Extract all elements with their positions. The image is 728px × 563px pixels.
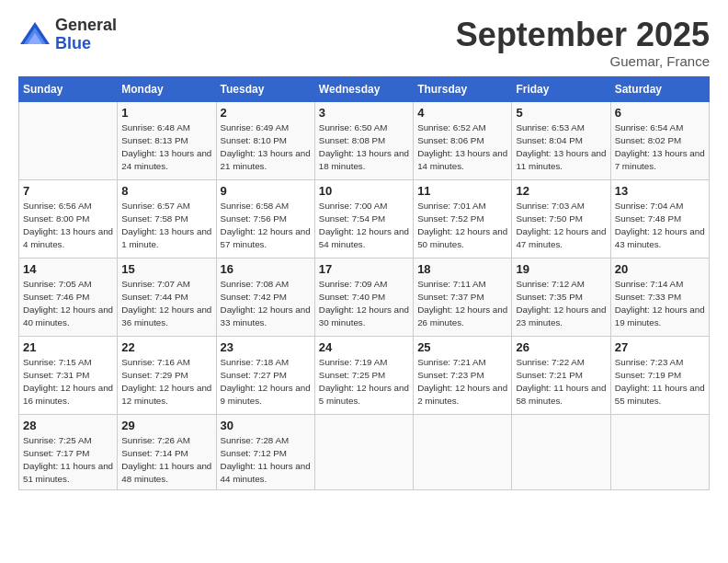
day-number: 9 bbox=[221, 184, 311, 198]
month-title: September 2025 bbox=[456, 17, 710, 53]
title-block: September 2025 Guemar, France bbox=[456, 17, 710, 69]
day-number: 17 bbox=[319, 262, 409, 276]
day-info: Sunrise: 7:03 AM Sunset: 7:50 PM Dayligh… bbox=[516, 200, 606, 252]
day-info: Sunrise: 6:49 AM Sunset: 8:10 PM Dayligh… bbox=[221, 121, 311, 174]
day-number: 19 bbox=[516, 262, 606, 276]
table-row: 15Sunrise: 7:07 AM Sunset: 7:44 PM Dayli… bbox=[118, 258, 216, 336]
day-info: Sunrise: 6:48 AM Sunset: 8:13 PM Dayligh… bbox=[121, 121, 211, 174]
table-row: 17Sunrise: 7:09 AM Sunset: 7:40 PM Dayli… bbox=[314, 258, 413, 336]
logo-icon bbox=[18, 18, 51, 52]
day-info: Sunrise: 6:52 AM Sunset: 8:06 PM Dayligh… bbox=[417, 121, 507, 174]
day-info: Sunrise: 7:15 AM Sunset: 7:31 PM Dayligh… bbox=[23, 356, 113, 408]
table-row: 27Sunrise: 7:23 AM Sunset: 7:19 PM Dayli… bbox=[610, 336, 709, 414]
day-info: Sunrise: 6:57 AM Sunset: 7:58 PM Dayligh… bbox=[121, 200, 211, 252]
table-row bbox=[610, 414, 709, 490]
table-row: 23Sunrise: 7:18 AM Sunset: 7:27 PM Dayli… bbox=[216, 336, 314, 414]
day-number: 4 bbox=[417, 106, 507, 120]
table-row: 22Sunrise: 7:16 AM Sunset: 7:29 PM Dayli… bbox=[118, 336, 216, 414]
day-number: 27 bbox=[615, 340, 705, 354]
table-row: 20Sunrise: 7:14 AM Sunset: 7:33 PM Dayli… bbox=[610, 258, 709, 336]
day-info: Sunrise: 6:50 AM Sunset: 8:08 PM Dayligh… bbox=[319, 121, 409, 174]
day-info: Sunrise: 7:21 AM Sunset: 7:23 PM Dayligh… bbox=[417, 356, 507, 408]
day-number: 14 bbox=[23, 262, 113, 276]
table-row: 12Sunrise: 7:03 AM Sunset: 7:50 PM Dayli… bbox=[512, 179, 610, 258]
day-number: 20 bbox=[615, 262, 705, 276]
col-sunday: Sunday bbox=[19, 76, 118, 101]
day-info: Sunrise: 7:09 AM Sunset: 7:40 PM Dayligh… bbox=[319, 278, 409, 330]
table-row: 16Sunrise: 7:08 AM Sunset: 7:42 PM Dayli… bbox=[216, 258, 314, 336]
day-info: Sunrise: 7:22 AM Sunset: 7:21 PM Dayligh… bbox=[516, 356, 606, 408]
day-info: Sunrise: 7:18 AM Sunset: 7:27 PM Dayligh… bbox=[221, 356, 311, 408]
table-row: 7Sunrise: 6:56 AM Sunset: 8:00 PM Daylig… bbox=[19, 179, 118, 258]
header-row: Sunday Monday Tuesday Wednesday Thursday… bbox=[19, 76, 710, 101]
table-row: 14Sunrise: 7:05 AM Sunset: 7:46 PM Dayli… bbox=[19, 258, 118, 336]
table-row: 10Sunrise: 7:00 AM Sunset: 7:54 PM Dayli… bbox=[314, 179, 413, 258]
calendar-page: General Blue September 2025 Guemar, Fran… bbox=[0, 0, 728, 563]
day-info: Sunrise: 7:11 AM Sunset: 7:37 PM Dayligh… bbox=[417, 278, 507, 330]
table-row: 6Sunrise: 6:54 AM Sunset: 8:02 PM Daylig… bbox=[610, 101, 709, 179]
logo-blue: Blue bbox=[55, 35, 117, 53]
table-row: 8Sunrise: 6:57 AM Sunset: 7:58 PM Daylig… bbox=[118, 179, 216, 258]
col-tuesday: Tuesday bbox=[216, 76, 314, 101]
table-row: 26Sunrise: 7:22 AM Sunset: 7:21 PM Dayli… bbox=[512, 336, 610, 414]
logo-text: General Blue bbox=[55, 17, 117, 53]
table-row: 24Sunrise: 7:19 AM Sunset: 7:25 PM Dayli… bbox=[314, 336, 413, 414]
day-number: 7 bbox=[23, 184, 113, 198]
day-info: Sunrise: 7:23 AM Sunset: 7:19 PM Dayligh… bbox=[615, 356, 705, 408]
day-info: Sunrise: 7:07 AM Sunset: 7:44 PM Dayligh… bbox=[121, 278, 211, 330]
table-row: 3Sunrise: 6:50 AM Sunset: 8:08 PM Daylig… bbox=[314, 101, 413, 179]
day-number: 1 bbox=[121, 106, 211, 120]
col-friday: Friday bbox=[512, 76, 610, 101]
day-info: Sunrise: 7:08 AM Sunset: 7:42 PM Dayligh… bbox=[221, 278, 311, 330]
table-row: 21Sunrise: 7:15 AM Sunset: 7:31 PM Dayli… bbox=[19, 336, 118, 414]
table-row: 29Sunrise: 7:26 AM Sunset: 7:14 PM Dayli… bbox=[118, 414, 216, 490]
table-row: 2Sunrise: 6:49 AM Sunset: 8:10 PM Daylig… bbox=[216, 101, 314, 179]
col-thursday: Thursday bbox=[414, 76, 512, 101]
day-number: 11 bbox=[417, 184, 507, 198]
table-row: 18Sunrise: 7:11 AM Sunset: 7:37 PM Dayli… bbox=[414, 258, 512, 336]
table-row: 11Sunrise: 7:01 AM Sunset: 7:52 PM Dayli… bbox=[414, 179, 512, 258]
day-info: Sunrise: 6:58 AM Sunset: 7:56 PM Dayligh… bbox=[221, 200, 311, 252]
logo-general: General bbox=[55, 17, 117, 35]
day-number: 22 bbox=[121, 340, 211, 354]
day-number: 28 bbox=[23, 419, 113, 432]
col-monday: Monday bbox=[118, 76, 216, 101]
table-row: 1Sunrise: 6:48 AM Sunset: 8:13 PM Daylig… bbox=[118, 101, 216, 179]
day-number: 8 bbox=[121, 184, 211, 198]
day-info: Sunrise: 6:53 AM Sunset: 8:04 PM Dayligh… bbox=[516, 121, 606, 174]
table-row: 4Sunrise: 6:52 AM Sunset: 8:06 PM Daylig… bbox=[414, 101, 512, 179]
logo: General Blue bbox=[18, 17, 117, 53]
day-number: 15 bbox=[121, 262, 211, 276]
day-number: 10 bbox=[319, 184, 409, 198]
day-number: 6 bbox=[615, 106, 705, 120]
day-number: 26 bbox=[516, 340, 606, 354]
day-info: Sunrise: 6:54 AM Sunset: 8:02 PM Dayligh… bbox=[615, 121, 705, 174]
table-row: 25Sunrise: 7:21 AM Sunset: 7:23 PM Dayli… bbox=[414, 336, 512, 414]
day-info: Sunrise: 7:04 AM Sunset: 7:48 PM Dayligh… bbox=[615, 200, 705, 252]
header: General Blue September 2025 Guemar, Fran… bbox=[18, 17, 710, 69]
day-info: Sunrise: 7:16 AM Sunset: 7:29 PM Dayligh… bbox=[121, 356, 211, 408]
day-info: Sunrise: 7:05 AM Sunset: 7:46 PM Dayligh… bbox=[23, 278, 113, 330]
day-number: 5 bbox=[516, 106, 606, 120]
day-info: Sunrise: 7:14 AM Sunset: 7:33 PM Dayligh… bbox=[615, 278, 705, 330]
day-number: 3 bbox=[319, 106, 409, 120]
day-info: Sunrise: 7:26 AM Sunset: 7:14 PM Dayligh… bbox=[121, 434, 211, 487]
col-saturday: Saturday bbox=[610, 76, 709, 101]
table-row: 5Sunrise: 6:53 AM Sunset: 8:04 PM Daylig… bbox=[512, 101, 610, 179]
table-row: 30Sunrise: 7:28 AM Sunset: 7:12 PM Dayli… bbox=[216, 414, 314, 490]
table-row bbox=[314, 414, 413, 490]
day-number: 24 bbox=[319, 340, 409, 354]
day-info: Sunrise: 7:12 AM Sunset: 7:35 PM Dayligh… bbox=[516, 278, 606, 330]
day-number: 29 bbox=[121, 419, 211, 432]
day-info: Sunrise: 7:19 AM Sunset: 7:25 PM Dayligh… bbox=[319, 356, 409, 408]
day-info: Sunrise: 7:28 AM Sunset: 7:12 PM Dayligh… bbox=[221, 434, 311, 487]
day-info: Sunrise: 6:56 AM Sunset: 8:00 PM Dayligh… bbox=[23, 200, 113, 252]
table-row: 28Sunrise: 7:25 AM Sunset: 7:17 PM Dayli… bbox=[19, 414, 118, 490]
table-row: 19Sunrise: 7:12 AM Sunset: 7:35 PM Dayli… bbox=[512, 258, 610, 336]
day-info: Sunrise: 7:00 AM Sunset: 7:54 PM Dayligh… bbox=[319, 200, 409, 252]
day-number: 25 bbox=[417, 340, 507, 354]
table-row bbox=[414, 414, 512, 490]
day-info: Sunrise: 7:01 AM Sunset: 7:52 PM Dayligh… bbox=[417, 200, 507, 252]
day-number: 2 bbox=[221, 106, 311, 120]
col-wednesday: Wednesday bbox=[314, 76, 413, 101]
